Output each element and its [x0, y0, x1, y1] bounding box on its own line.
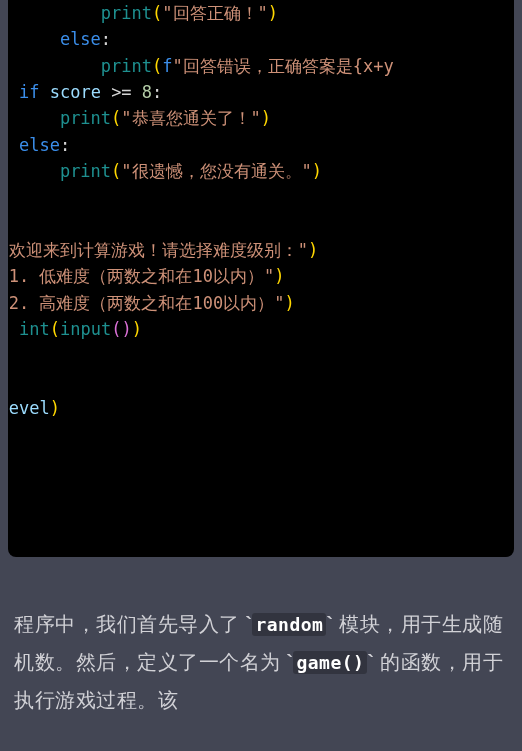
- string-literal: "欢迎来到计算游戏！请选择难度级别：": [8, 240, 308, 260]
- else-keyword: else: [60, 29, 101, 49]
- paren-close: ): [268, 3, 278, 23]
- f-prefix: f: [162, 56, 172, 76]
- operator: >=: [111, 82, 131, 102]
- else-keyword: else: [19, 135, 60, 155]
- code-content: print("回答正确！") else: print(f"回答错误，正确答案是{…: [8, 0, 514, 422]
- paren-open: (: [152, 3, 162, 23]
- int-call: int: [19, 319, 50, 339]
- print-call: print: [101, 3, 152, 23]
- string-literal: "回答错误，正确答案是{x+y: [173, 56, 394, 76]
- input-call: input: [60, 319, 111, 339]
- argument: level: [8, 398, 50, 418]
- string-literal: "回答正确！": [162, 3, 267, 23]
- inline-code-random: random: [252, 613, 326, 636]
- if-keyword: if: [19, 82, 39, 102]
- string-literal: "1. 低难度（两数之和在10以内）": [8, 266, 274, 286]
- prose-segment: 程序中，我们首先导入了: [14, 613, 245, 635]
- inline-code-game: game(): [293, 651, 367, 674]
- print-call: print: [60, 161, 111, 181]
- string-literal: "2. 高难度（两数之和在100以内）": [8, 293, 284, 313]
- string-literal: "很遗憾，您没有通关。": [121, 161, 311, 181]
- print-call: print: [60, 108, 111, 128]
- explanation-text: 程序中，我们首先导入了 `random` 模块，用于生成随机数。然后，定义了一个…: [0, 557, 522, 719]
- number-literal: 8: [142, 82, 152, 102]
- code-block: print("回答正确！") else: print(f"回答错误，正确答案是{…: [8, 0, 514, 557]
- variable: score: [50, 82, 101, 102]
- print-call: print: [101, 56, 152, 76]
- string-literal: "恭喜您通关了！": [121, 108, 260, 128]
